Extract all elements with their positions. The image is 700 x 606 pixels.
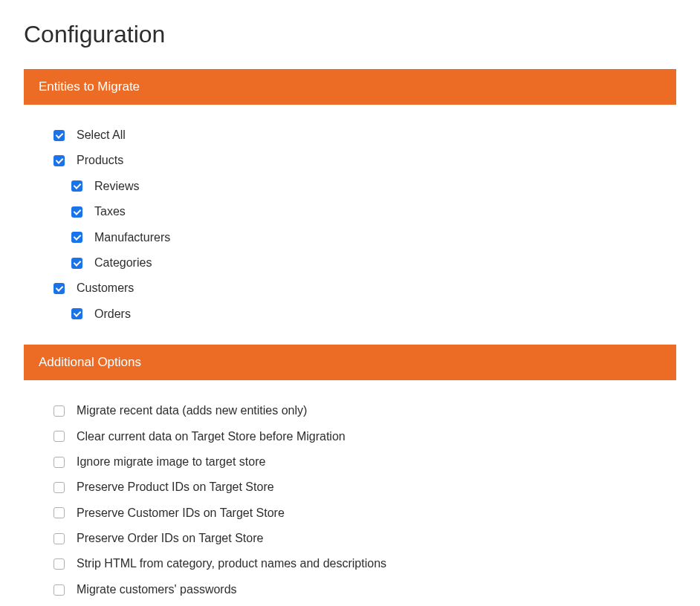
- manufacturers-checkbox[interactable]: [71, 232, 82, 243]
- orders-row: Orders: [71, 302, 676, 327]
- products-checkbox[interactable]: [54, 155, 65, 166]
- taxes-row: Taxes: [71, 199, 676, 224]
- categories-row: Categories: [71, 250, 676, 276]
- products-row: Products: [54, 148, 676, 173]
- ignore-images-checkbox[interactable]: [54, 457, 65, 468]
- strip-html-row: Strip HTML from category, product names …: [54, 551, 676, 576]
- customers-label: Customers: [77, 280, 134, 296]
- preserve-product-ids-checkbox[interactable]: [54, 482, 65, 493]
- reviews-label: Reviews: [94, 178, 139, 195]
- migrate-recent-label: Migrate recent data (adds new entities o…: [77, 403, 307, 419]
- ignore-images-row: Ignore migrate image to target store: [54, 449, 676, 475]
- orders-checkbox[interactable]: [71, 308, 82, 319]
- additional-header: Additional Options: [24, 345, 676, 380]
- select-all-checkbox[interactable]: [54, 130, 65, 141]
- entities-section: Entities to Migrate Select All Products …: [24, 69, 676, 345]
- clear-target-checkbox[interactable]: [54, 431, 65, 442]
- reviews-row: Reviews: [71, 174, 676, 199]
- clear-target-row: Clear current data on Target Store befor…: [54, 424, 676, 449]
- additional-body: Migrate recent data (adds new entities o…: [24, 380, 676, 606]
- preserve-order-ids-checkbox[interactable]: [54, 533, 65, 544]
- strip-html-label: Strip HTML from category, product names …: [77, 556, 386, 572]
- additional-section: Additional Options Migrate recent data (…: [24, 345, 676, 606]
- page-title: Configuration: [24, 21, 676, 48]
- migrate-passwords-checkbox[interactable]: [54, 584, 65, 596]
- orders-label: Orders: [94, 306, 131, 322]
- preserve-product-ids-row: Preserve Product IDs on Target Store: [54, 475, 676, 500]
- select-all-label: Select All: [77, 127, 126, 143]
- taxes-checkbox[interactable]: [71, 206, 82, 218]
- manufacturers-label: Manufacturers: [94, 229, 170, 246]
- manufacturers-row: Manufacturers: [71, 225, 676, 250]
- categories-checkbox[interactable]: [71, 258, 82, 269]
- entities-header: Entities to Migrate: [24, 69, 676, 105]
- preserve-customer-ids-checkbox[interactable]: [54, 507, 65, 518]
- customers-row: Customers: [54, 276, 676, 301]
- customers-checkbox[interactable]: [54, 283, 65, 294]
- preserve-product-ids-label: Preserve Product IDs on Target Store: [77, 479, 274, 495]
- migrate-recent-row: Migrate recent data (adds new entities o…: [54, 398, 676, 423]
- migrate-passwords-label: Migrate customers' passwords: [77, 581, 237, 598]
- strip-html-checkbox[interactable]: [54, 558, 65, 570]
- preserve-order-ids-label: Preserve Order IDs on Target Store: [77, 530, 263, 547]
- migrate-recent-checkbox[interactable]: [54, 405, 65, 417]
- reviews-checkbox[interactable]: [71, 180, 82, 192]
- clear-target-label: Clear current data on Target Store befor…: [77, 429, 346, 445]
- preserve-customer-ids-label: Preserve Customer IDs on Target Store: [77, 505, 285, 521]
- taxes-label: Taxes: [94, 203, 126, 220]
- entities-body: Select All Products Reviews Taxes Manufa…: [24, 105, 676, 345]
- select-all-row: Select All: [54, 123, 676, 148]
- products-label: Products: [77, 152, 123, 169]
- categories-label: Categories: [94, 255, 152, 271]
- migrate-passwords-row: Migrate customers' passwords: [54, 577, 676, 602]
- ignore-images-label: Ignore migrate image to target store: [77, 454, 265, 470]
- preserve-customer-ids-row: Preserve Customer IDs on Target Store: [54, 501, 676, 526]
- preserve-order-ids-row: Preserve Order IDs on Target Store: [54, 526, 676, 551]
